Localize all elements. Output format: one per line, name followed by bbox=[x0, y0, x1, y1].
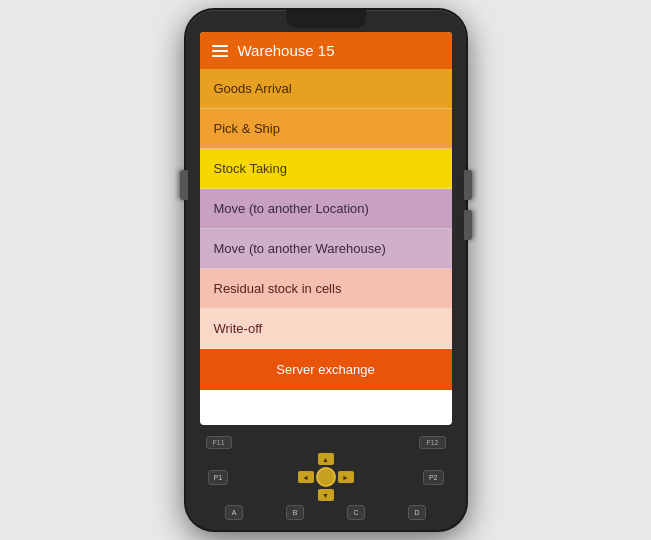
key-c[interactable]: C bbox=[347, 505, 365, 520]
hamburger-menu-icon[interactable] bbox=[212, 45, 228, 57]
device-body: Warehouse 15 Goods Arrival Pick & Ship S… bbox=[186, 10, 466, 530]
side-button-right-bottom[interactable] bbox=[464, 210, 472, 240]
key-a[interactable]: A bbox=[225, 505, 243, 520]
nav-row: P1 ▲ ◄ ► ▼ P2 bbox=[204, 453, 448, 501]
server-exchange-button[interactable]: Server exchange bbox=[200, 349, 452, 390]
side-button-right-top[interactable] bbox=[464, 170, 472, 200]
nav-up-button[interactable]: ▲ bbox=[318, 453, 334, 465]
nav-down-button[interactable]: ▼ bbox=[318, 489, 334, 501]
fn-key-row: F11 F12 bbox=[204, 436, 448, 449]
nav-right-button[interactable]: ► bbox=[338, 471, 354, 483]
device-keypad: F11 F12 P1 ▲ ◄ ► ▼ bbox=[200, 430, 452, 530]
menu-item-residual-stock[interactable]: Residual stock in cells bbox=[200, 269, 452, 309]
device-screen: Warehouse 15 Goods Arrival Pick & Ship S… bbox=[200, 32, 452, 425]
p2-key[interactable]: P2 bbox=[423, 470, 444, 485]
menu-item-stock-taking[interactable]: Stock Taking bbox=[200, 149, 452, 189]
f11-key[interactable]: F11 bbox=[206, 436, 232, 449]
device-top-notch bbox=[286, 10, 366, 28]
app-title: Warehouse 15 bbox=[238, 42, 335, 59]
f12-key[interactable]: F12 bbox=[419, 436, 445, 449]
key-d[interactable]: D bbox=[408, 505, 426, 520]
menu-item-goods-arrival[interactable]: Goods Arrival bbox=[200, 69, 452, 109]
key-b[interactable]: B bbox=[286, 505, 304, 520]
handheld-device: Warehouse 15 Goods Arrival Pick & Ship S… bbox=[186, 10, 466, 530]
app-header: Warehouse 15 bbox=[200, 32, 452, 69]
menu-item-move-warehouse[interactable]: Move (to another Warehouse) bbox=[200, 229, 452, 269]
alpha-key-row: A B C D bbox=[204, 505, 448, 520]
nav-center-button[interactable] bbox=[316, 467, 336, 487]
p1-key[interactable]: P1 bbox=[208, 470, 229, 485]
menu-item-write-off[interactable]: Write-off bbox=[200, 309, 452, 349]
side-button-left[interactable] bbox=[180, 170, 188, 200]
menu-item-pick-ship[interactable]: Pick & Ship bbox=[200, 109, 452, 149]
menu-item-move-location[interactable]: Move (to another Location) bbox=[200, 189, 452, 229]
navigation-cluster: ▲ ◄ ► ▼ bbox=[298, 453, 354, 501]
nav-left-button[interactable]: ◄ bbox=[298, 471, 314, 483]
